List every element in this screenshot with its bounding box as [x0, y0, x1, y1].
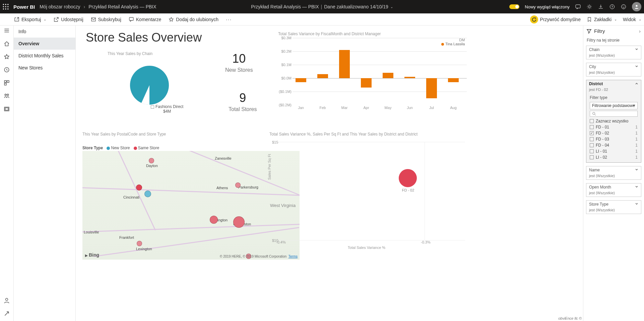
subscribe-button[interactable]: Subskrybuj [91, 17, 121, 22]
scatter-title: Total Sales Variance %, Sales Per Sq Ft … [269, 132, 417, 137]
terms-link[interactable]: Terms [288, 255, 298, 258]
svg-point-7 [5, 8, 6, 9]
filter-item[interactable]: LI - 011 [590, 148, 638, 154]
home-icon[interactable] [4, 41, 10, 48]
smiley-icon[interactable] [621, 4, 627, 10]
share-button[interactable]: Udostępnij [54, 17, 83, 22]
star-icon[interactable] [4, 54, 10, 61]
donut-chart[interactable] [123, 62, 176, 110]
page-overview[interactable]: Overview [14, 38, 75, 50]
center-divider: | [321, 4, 322, 9]
menu-icon[interactable] [4, 28, 10, 35]
expand-icon[interactable] [4, 311, 10, 318]
filter-item[interactable]: LI - 021 [590, 154, 638, 160]
filter-card-name[interactable]: Name jest (Wszystkie) [586, 166, 641, 180]
scatter-ylabel: Sales Per Sq Ft [267, 154, 271, 180]
view-button[interactable]: Widok⌄ [623, 17, 641, 22]
export-button[interactable]: Eksportuj⌄ [14, 17, 46, 22]
avatar[interactable] [632, 2, 641, 11]
filter-card-storetype[interactable]: Store Type jest (Wszystkie) [586, 200, 641, 214]
filters-title: Filtry [594, 28, 605, 34]
new-look-toggle[interactable] [509, 4, 519, 9]
filter-card-chain[interactable]: Chain jest (Wszystkie) [586, 46, 641, 59]
crumb-workspace[interactable]: Mój obszar roboczy [40, 4, 80, 9]
page-newstores[interactable]: New Stores [14, 62, 75, 74]
svg-point-4 [5, 6, 6, 7]
brand-label[interactable]: Power BI [13, 4, 35, 10]
filter-select-all[interactable]: Zaznacz wszystko [590, 118, 638, 124]
svg-point-27 [6, 298, 8, 301]
reset-button[interactable]: Przywróć domyślne [530, 15, 581, 23]
svg-point-29 [593, 112, 595, 115]
collapse-filters-icon[interactable]: › [639, 29, 641, 34]
apps-icon[interactable] [4, 80, 10, 87]
svg-rect-18 [129, 17, 133, 20]
bar-May[interactable] [383, 73, 393, 78]
filter-item[interactable]: FD - 011 [590, 124, 638, 130]
nav-rail [0, 25, 14, 321]
recent-icon[interactable] [4, 67, 10, 74]
svg-point-0 [3, 4, 4, 5]
crumb-report[interactable]: Przykład Retail Analysis — PBIX [88, 4, 156, 9]
bar-Apr[interactable] [361, 78, 372, 88]
kpi-new-stores[interactable]: 10 New Stores [225, 52, 253, 73]
chat-icon[interactable] [575, 4, 581, 10]
svg-rect-22 [4, 83, 6, 85]
favorite-button[interactable]: Dodaj do ulubionych [169, 17, 218, 22]
svg-rect-21 [7, 81, 9, 83]
filter-item[interactable]: FD - 021 [590, 130, 638, 136]
download-icon[interactable] [598, 4, 604, 10]
xlab-Aug: Aug [445, 106, 462, 110]
filter-item[interactable]: FD - 041 [590, 142, 638, 148]
map-title: This Year Sales by PostalCode and Store … [82, 132, 166, 137]
avatar-small-icon[interactable] [4, 298, 10, 305]
svg-point-3 [3, 6, 4, 7]
bar-Aug[interactable] [448, 78, 459, 82]
svg-point-23 [5, 94, 6, 96]
filter-card-city[interactable]: City jest (Wszystkie) [586, 63, 641, 76]
breadcrumb: Mój obszar roboczy › Przykład Retail Ana… [40, 4, 156, 9]
bar-chart[interactable]: $0.3M $0.2M $0.1M $0.0M ($0.1M) ($0.2M) … [277, 38, 468, 110]
xlab-Feb: Feb [314, 106, 331, 110]
bar-Mar[interactable] [339, 50, 350, 78]
filter-card-openmonth[interactable]: Open Month jest (Wszystkie) [586, 183, 641, 197]
filters-subtitle: Filtry na tej stronie [583, 37, 644, 44]
center-title: Przykład Retail Analysis — PBIX | Dane z… [251, 4, 393, 9]
gear-icon[interactable] [586, 4, 592, 10]
scatter-point[interactable] [399, 169, 417, 187]
kpi-total-stores[interactable]: 9 Total Stores [229, 91, 257, 112]
page-district[interactable]: District Monthly Sales [14, 50, 75, 62]
page-info[interactable]: Info [14, 25, 75, 38]
comments-button[interactable]: Komentarze [129, 17, 161, 22]
global-header: Power BI Mój obszar roboczy › Przykład R… [0, 0, 644, 13]
filter-search[interactable] [590, 111, 638, 117]
svg-point-1 [5, 4, 6, 5]
crumb-sep: › [84, 4, 85, 9]
filter-card-district[interactable]: District jest FD - 02 Filter type Filtro… [586, 80, 641, 163]
bookmarks-button[interactable]: Zakładki⌄ [587, 17, 617, 22]
credit-label: obviEnce llc © [558, 316, 582, 320]
bar-Jan[interactable] [296, 78, 306, 82]
map-legend: Store Type New Store Same Store [82, 146, 159, 150]
more-icon[interactable]: ··· [226, 17, 232, 22]
filter-item[interactable]: FD - 031 [590, 136, 638, 142]
xlab-Mar: Mar [336, 106, 353, 110]
svg-point-5 [7, 6, 8, 7]
map-attrib: © 2019 HERE, © 2019 Microsoft Corporatio… [220, 255, 298, 258]
chevron-down-icon[interactable]: ⌄ [390, 5, 393, 9]
app-launcher-icon[interactable] [3, 4, 9, 10]
filter-icon [587, 29, 591, 34]
bar-Jun[interactable] [404, 77, 415, 78]
xlab-Jul: Jul [423, 106, 440, 110]
xlab-Apr: Apr [358, 106, 375, 110]
bar-Feb[interactable] [317, 74, 328, 78]
shared-icon[interactable] [4, 93, 10, 100]
filter-pane: Filtry › Filtry na tej stronie Chain jes… [583, 25, 644, 321]
bar-Jul[interactable] [426, 78, 437, 98]
help-icon[interactable]: ? [609, 4, 615, 10]
scatter-chart[interactable]: Sales Per Sq Ft $15 $10 -0.4% -0.3% Tota… [267, 138, 466, 250]
svg-point-14 [623, 6, 623, 6]
filter-type-select[interactable]: Filtrowanie podstawowe [590, 102, 638, 109]
workspaces-icon[interactable] [4, 106, 10, 113]
svg-point-15 [624, 6, 625, 6]
